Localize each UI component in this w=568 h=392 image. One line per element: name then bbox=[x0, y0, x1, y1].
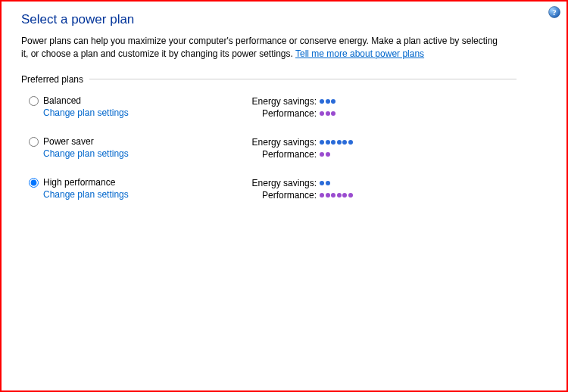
description-text: Power plans can help you maximize your c… bbox=[21, 36, 498, 59]
plan-name: Balanced bbox=[43, 95, 81, 106]
change-plan-settings-link[interactable]: Change plan settings bbox=[43, 189, 129, 200]
plan-item: Power saverChange plan settingsEnergy sa… bbox=[29, 136, 547, 160]
perf-dots bbox=[320, 193, 353, 198]
plan-left: Power saverChange plan settings bbox=[29, 136, 241, 160]
plan-name: High performance bbox=[43, 177, 115, 188]
plan-item: High performanceChange plan settingsEner… bbox=[29, 177, 547, 201]
plan-metrics: Energy savings:Performance: bbox=[241, 136, 353, 160]
plan-left: BalancedChange plan settings bbox=[29, 95, 241, 120]
plan-metrics: Energy savings:Performance: bbox=[241, 95, 335, 120]
plan-radio[interactable] bbox=[29, 137, 39, 147]
plan-radio[interactable] bbox=[29, 96, 39, 106]
svg-text:?: ? bbox=[552, 8, 557, 17]
page-description: Power plans can help you maximize your c… bbox=[21, 35, 506, 61]
plan-left: High performanceChange plan settings bbox=[29, 177, 241, 201]
section-header: Preferred plans bbox=[21, 74, 547, 85]
perf-dots bbox=[320, 111, 335, 116]
page-title: Select a power plan bbox=[21, 12, 547, 27]
power-options-panel: ? Select a power plan Power plans can he… bbox=[0, 0, 568, 392]
energy-dots bbox=[320, 140, 353, 145]
plan-name: Power saver bbox=[43, 136, 94, 147]
performance-label: Performance: bbox=[241, 108, 317, 119]
energy-dots bbox=[320, 99, 335, 104]
section-divider bbox=[89, 79, 517, 79]
plan-radio-label[interactable]: Power saver bbox=[29, 136, 129, 147]
plan-radio-label[interactable]: High performance bbox=[29, 177, 129, 188]
section-label: Preferred plans bbox=[21, 74, 83, 85]
plan-radio[interactable] bbox=[29, 178, 39, 188]
energy-dots bbox=[320, 181, 330, 185]
plan-metrics: Energy savings:Performance: bbox=[241, 177, 353, 201]
help-icon[interactable]: ? bbox=[548, 6, 560, 18]
learn-more-link[interactable]: Tell me more about power plans bbox=[295, 48, 424, 59]
change-plan-settings-link[interactable]: Change plan settings bbox=[43, 148, 129, 159]
plans-list: BalancedChange plan settingsEnergy savin… bbox=[21, 95, 547, 201]
performance-label: Performance: bbox=[241, 149, 317, 160]
perf-dots bbox=[320, 152, 330, 157]
change-plan-settings-link[interactable]: Change plan settings bbox=[43, 107, 129, 118]
plan-radio-label[interactable]: Balanced bbox=[29, 95, 129, 106]
energy-savings-label: Energy savings: bbox=[241, 178, 317, 188]
energy-savings-label: Energy savings: bbox=[241, 137, 317, 148]
performance-label: Performance: bbox=[241, 190, 317, 201]
energy-savings-label: Energy savings: bbox=[241, 96, 317, 107]
plan-item: BalancedChange plan settingsEnergy savin… bbox=[29, 95, 547, 120]
